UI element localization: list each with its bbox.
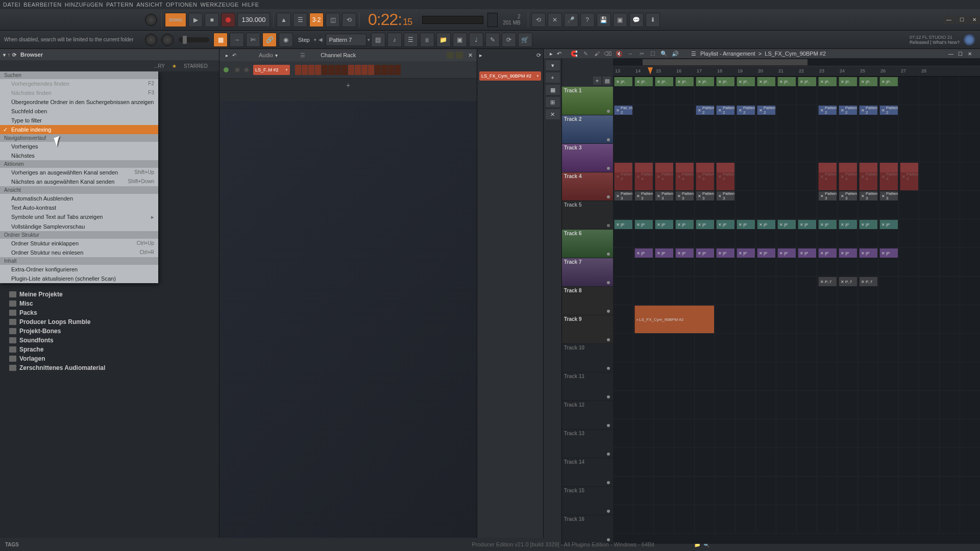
playlist-clip[interactable]: ✕|P.. (879, 77, 898, 86)
ctx-item[interactable]: Symbole und Text auf Tabs anzeigen▸ (0, 212, 158, 222)
snap-button[interactable]: ▦ (213, 33, 228, 47)
save-button[interactable]: 💾 (597, 13, 611, 27)
playlist-clip[interactable]: ✕|P.. (614, 77, 632, 86)
ctx-item[interactable]: Suchfeld oben (0, 107, 158, 116)
step-cell[interactable] (388, 65, 394, 75)
channel-name[interactable]: LS_F..M #2+ (253, 65, 290, 75)
track-header[interactable]: Track 12 (562, 401, 613, 430)
playlist-clip[interactable]: ✕P..7 (839, 277, 857, 286)
slice-icon[interactable]: ✂ (637, 49, 646, 58)
track-header[interactable]: Track 14 (562, 458, 613, 487)
playlist-clip[interactable]: ✕|P (696, 220, 714, 229)
playlist-clip[interactable]: ✕Pattern 2 (879, 106, 898, 115)
playlist-clip[interactable]: ✕|P (879, 248, 898, 258)
step-cell[interactable] (395, 65, 401, 75)
tree-item[interactable]: Soundfonts (0, 336, 219, 345)
browser-tree[interactable]: Meine ProjekteMiscPacksProducer Loops Ru… (0, 290, 219, 372)
playlist-clip[interactable]: ✕|P (675, 220, 694, 229)
playlist-clip[interactable]: ✕Pattern 2 (818, 106, 837, 115)
browser-reload-icon[interactable]: ⟳ (12, 52, 16, 58)
playlist-clip[interactable]: ✕Pattern 3 (879, 191, 898, 201)
ctx-item[interactable]: Vorheriges (0, 142, 158, 151)
grid-row[interactable]: ✕|P✕|P✕|P✕|P✕|P✕|P✕|P✕|P✕|P✕|P✕|P✕|P✕|P (613, 248, 980, 277)
playlist-clip[interactable]: ✕|P (655, 248, 673, 258)
tree-item[interactable]: Projekt-Bones (0, 327, 219, 336)
track-header[interactable]: Track 7 (562, 258, 613, 287)
ctx-item[interactable]: Übergeordnete Ordner in den Suchergebnis… (0, 97, 158, 107)
tags-label[interactable]: TAGS (5, 542, 19, 547)
track-mute-dot[interactable] (607, 338, 610, 341)
playlist-clip[interactable]: ✕Pattern 4 (696, 163, 714, 190)
plugin-button-3[interactable]: ✎ (485, 33, 500, 47)
track-header[interactable]: Track 5 (562, 201, 613, 230)
ctx-item[interactable]: Vollständige Samplevorschau (0, 222, 158, 231)
step-cell[interactable] (335, 65, 341, 75)
piano-roll-button[interactable]: ♪ (387, 33, 402, 47)
playlist-clip[interactable]: ✕P..7 (818, 277, 837, 286)
playlist-clip[interactable]: ✕|P (818, 220, 837, 229)
playlist-clip[interactable]: ✕Pattern 3 (818, 191, 837, 201)
track-header[interactable]: Track 16 (562, 515, 613, 544)
record-button[interactable] (221, 13, 235, 27)
ctx-item[interactable]: Text Auto-kontrast (0, 203, 158, 212)
chanrack-menu-icon[interactable]: ▸ (226, 53, 228, 58)
minimize-button[interactable]: — (943, 16, 954, 24)
playlist-clip[interactable]: ✕Pattern 3 (655, 191, 673, 201)
playlist-clip[interactable]: ✕|P (716, 220, 734, 229)
playlist-clip[interactable]: ✕|P.. (634, 77, 653, 86)
playlist-clip[interactable]: ✕|P (614, 220, 632, 229)
playlist-clip[interactable]: ✕|P (696, 248, 714, 258)
track-mute-dot[interactable] (607, 224, 610, 227)
link-button[interactable]: 🔗 (262, 33, 277, 47)
playlist-clip[interactable]: ✕P..7 (859, 277, 877, 286)
playlist-clip[interactable]: ✕Pattern 3 (716, 191, 734, 201)
track-header[interactable]: Track 1 (562, 87, 613, 115)
track-header[interactable]: Track 2 (562, 115, 613, 144)
track-mute-dot[interactable] (607, 281, 610, 284)
browser-header[interactable]: ▾ ↑ ⟳ Browser (0, 49, 219, 60)
track-opt-2[interactable]: ▤ (603, 77, 611, 85)
menu-ansicht[interactable]: ANSICHT (136, 2, 163, 8)
playlist-clip[interactable]: ✕|P (716, 248, 734, 258)
playlist-button[interactable]: ▤ (371, 33, 385, 47)
step-cell[interactable] (308, 65, 314, 75)
stop-button[interactable]: ■ (205, 13, 219, 27)
main-slider[interactable] (179, 37, 209, 42)
playback-icon[interactable]: 🔊 (671, 49, 680, 58)
add-marker[interactable]: + (546, 72, 560, 83)
channel-rack-close[interactable]: ✕ (468, 52, 473, 59)
channel-enable-dot[interactable] (224, 67, 229, 72)
playlist-ruler[interactable]: 13141516171819202122232425262728 (613, 66, 980, 77)
ctx-item[interactable]: Type to filter (0, 116, 158, 125)
grid-row[interactable]: ✕|P✕|P✕|P✕|P✕|P✕|P✕|P✕|P✕|P✕|P✕|P✕|P✕|P✕… (613, 219, 980, 248)
playlist-clip[interactable]: ✕|P (839, 248, 857, 258)
playlist-clip[interactable]: ✕|P (675, 248, 694, 258)
grid-row[interactable]: ✕Pattern 3✕Pattern 3✕Pattern 3✕Pattern 3… (613, 191, 980, 219)
playlist-clip[interactable]: ✕Pattern 4 (839, 163, 857, 190)
ctx-item[interactable]: Ordner Struktur neu einlesenCtrl+R (0, 248, 158, 257)
track-mute-dot[interactable] (607, 424, 610, 427)
track-mute-dot[interactable] (607, 510, 610, 513)
channel-row[interactable]: LS_F..M #2+ (219, 61, 477, 79)
menu-optionen[interactable]: OPTIONEN (166, 2, 197, 8)
plugin-button-1[interactable]: ▣ (453, 33, 467, 47)
track-mute-dot[interactable] (607, 253, 610, 256)
grid-row[interactable] (613, 448, 980, 477)
playlist-clip[interactable]: ✕|P (777, 248, 796, 258)
playlist-clip[interactable]: ✕|P (634, 248, 653, 258)
playlist-clip[interactable]: ✕Pattern 4 (655, 163, 673, 190)
step-cell[interactable] (295, 65, 301, 75)
step-cell[interactable] (361, 65, 368, 75)
playlist-clip[interactable]: ✕Pattern 2 (839, 106, 857, 115)
magnet-icon[interactable]: 🧲 (570, 49, 579, 58)
track-header[interactable]: Track 3 (562, 144, 613, 172)
wait-button[interactable]: ☰ (293, 13, 307, 27)
channel-pan-knob[interactable] (234, 66, 241, 73)
playlist-minimap[interactable] (613, 58, 980, 66)
pitch-knob[interactable] (145, 34, 157, 46)
playlist-menu-icon[interactable]: ▸ (550, 51, 553, 57)
pan-knob[interactable] (161, 34, 174, 46)
loop-record-button[interactable]: ⟲ (342, 13, 356, 27)
grid-row[interactable] (613, 362, 980, 391)
step-cell[interactable] (375, 65, 381, 75)
